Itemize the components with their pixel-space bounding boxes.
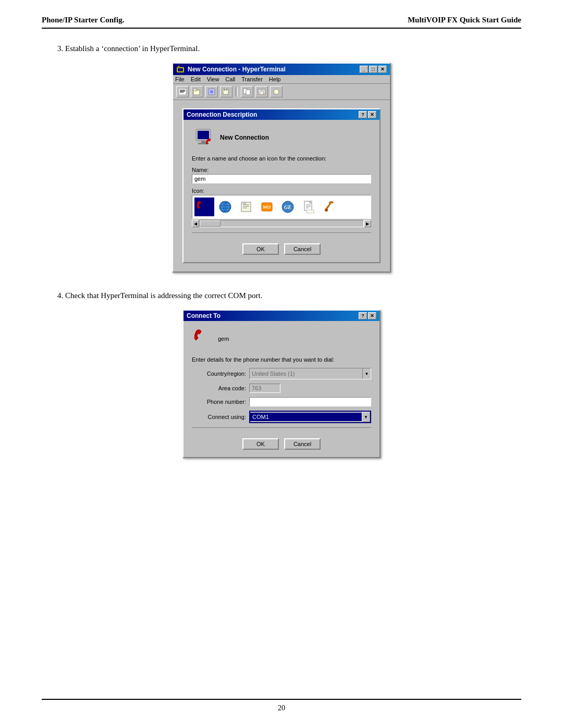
conn-icon-row: New Connection — [192, 127, 371, 148]
scroll-left-arrow[interactable]: ◀ — [192, 220, 199, 227]
svg-text:MCI: MCI — [263, 205, 271, 209]
btn7[interactable] — [270, 86, 283, 97]
connect-to-dialog: Connect To ? ✕ gem Enter details for the… — [182, 310, 381, 458]
step3-label: 3. Establish a ‘connection’ in HyperTerm… — [57, 44, 521, 53]
menu-transfer[interactable]: Transfer — [241, 76, 263, 82]
connect-to-title: Connect To — [187, 312, 221, 319]
connect-close-btn[interactable]: ✕ — [368, 312, 376, 319]
scroll-thumb[interactable] — [200, 220, 221, 227]
close-btn[interactable]: ✕ — [378, 66, 387, 73]
hyperterminal-window: New Connection - HyperTerminal _ □ ✕ Fil… — [172, 63, 391, 273]
phone-number-input[interactable] — [249, 397, 371, 406]
conn-desc-body: New Connection Enter a name and choose a… — [183, 120, 380, 262]
separator1 — [236, 87, 238, 96]
icon-mci[interactable]: MCI — [257, 198, 277, 216]
connect-dialog-buttons: OK Cancel — [192, 434, 371, 450]
icon-newspaper[interactable] — [236, 198, 256, 216]
conn-close-btn[interactable]: ✕ — [368, 111, 376, 118]
connect-using-label: Connect using: — [192, 414, 249, 420]
country-select-wrapper[interactable]: United States (1) ▼ — [249, 368, 371, 379]
icon-wrench[interactable] — [320, 198, 339, 216]
icon-scrollbar[interactable]: ◀ ▶ — [192, 220, 371, 227]
svg-rect-12 — [224, 89, 225, 91]
conn-desc-titlebar: Connection Description ? ✕ — [183, 109, 380, 120]
connect-using-value: COM1 — [250, 413, 362, 421]
connect-using-dropdown-btn[interactable]: ▼ — [362, 412, 370, 422]
new-btn[interactable] — [176, 86, 189, 97]
name-row: Name: — [192, 167, 371, 183]
country-label: Country/region: — [192, 371, 249, 377]
menu-view[interactable]: View — [207, 76, 219, 82]
area-code-input[interactable] — [249, 384, 280, 393]
conn-cancel-button[interactable]: Cancel — [284, 243, 321, 255]
connect-desc-text: Enter details for the phone number that … — [192, 356, 371, 363]
maximize-btn[interactable]: □ — [369, 66, 377, 73]
connect-to-titlebar: Connect To ? ✕ — [183, 311, 380, 321]
menu-edit[interactable]: Edit — [191, 76, 201, 82]
conn-ok-button[interactable]: OK — [242, 243, 279, 255]
connect-to-screenshot: Connect To ? ✕ gem Enter details for the… — [42, 310, 521, 458]
icon-row-container: Icon: — [192, 188, 371, 227]
hyperterminal-icon — [176, 65, 185, 73]
scroll-right-arrow[interactable]: ▶ — [364, 220, 371, 227]
hyperterminal-content: Connection Description ? ✕ — [173, 100, 390, 272]
menu-call[interactable]: Call — [225, 76, 235, 82]
hyperterminal-titlebar: New Connection - HyperTerminal _ □ ✕ — [173, 64, 390, 75]
connect-ok-button[interactable]: OK — [242, 438, 279, 450]
menu-help[interactable]: Help — [269, 76, 281, 82]
icon-ge[interactable]: GE — [278, 198, 298, 216]
step4-label: 4. Check that HyperTerminal is addressin… — [57, 291, 521, 300]
name-input[interactable] — [192, 174, 371, 183]
dialog-separator — [192, 232, 371, 233]
connection-description-dialog: Connection Description ? ✕ — [182, 108, 381, 263]
svg-rect-32 — [243, 203, 246, 204]
connect-icon-row: gem — [192, 328, 371, 349]
hyperterminal-screenshot: New Connection - HyperTerminal _ □ ✕ Fil… — [42, 63, 521, 273]
icon-label: Icon: — [192, 188, 371, 194]
btn5[interactable] — [241, 86, 253, 97]
connect-using-field: COM1 ▼ — [249, 411, 371, 423]
header-right: MultiVOIP FX Quick Start Guide — [408, 16, 521, 24]
conn-dialog-buttons: OK Cancel — [192, 239, 371, 255]
connect-gem-label: gem — [218, 336, 229, 342]
btn3[interactable] — [205, 86, 218, 97]
connect-using-select-wrapper[interactable]: COM1 ▼ — [249, 411, 371, 423]
new-connection-label: New Connection — [220, 134, 269, 141]
svg-rect-11 — [223, 89, 228, 94]
scroll-track[interactable] — [199, 220, 364, 227]
svg-rect-21 — [201, 141, 205, 143]
header-left: Phone/IP Starter Config. — [42, 16, 124, 24]
conn-desc-text: Enter a name and choose an icon for the … — [192, 155, 371, 162]
svg-text:GE: GE — [284, 204, 291, 210]
country-dropdown-btn[interactable]: ▼ — [362, 368, 371, 379]
name-label: Name: — [192, 167, 371, 173]
connect-phone-icon — [192, 328, 213, 349]
page-footer: 20 — [42, 699, 521, 712]
svg-text:📋: 📋 — [259, 90, 264, 95]
btn6[interactable]: 📋 — [255, 86, 268, 97]
country-row: Country/region: United States (1) ▼ — [192, 368, 371, 379]
svg-rect-15 — [246, 90, 250, 95]
connect-help-btn[interactable]: ? — [359, 312, 367, 319]
page-number: 20 — [278, 704, 285, 712]
icon-document[interactable] — [299, 198, 319, 216]
menu-bar: File Edit View Call Transfer Help — [173, 75, 390, 84]
svg-rect-2 — [178, 66, 180, 68]
menu-file[interactable]: File — [175, 76, 185, 82]
area-code-label: Area code: — [192, 385, 249, 391]
btn4[interactable] — [220, 86, 232, 97]
country-value: United States (1) — [250, 369, 362, 378]
icon-phone[interactable] — [194, 198, 214, 216]
svg-point-18 — [274, 89, 279, 94]
hyperterminal-title: New Connection - HyperTerminal — [188, 66, 286, 73]
connect-cancel-button[interactable]: Cancel — [284, 438, 321, 450]
svg-rect-8 — [193, 89, 197, 91]
minimize-btn[interactable]: _ — [360, 66, 368, 73]
open-btn[interactable] — [191, 86, 203, 97]
phone-number-field — [249, 397, 371, 406]
connect-to-body: gem Enter details for the phone number t… — [183, 321, 380, 457]
connect-separator — [192, 427, 371, 428]
icon-globe[interactable] — [215, 198, 235, 216]
conn-help-btn[interactable]: ? — [359, 111, 367, 118]
icon-strip: MCI GE — [192, 195, 371, 219]
